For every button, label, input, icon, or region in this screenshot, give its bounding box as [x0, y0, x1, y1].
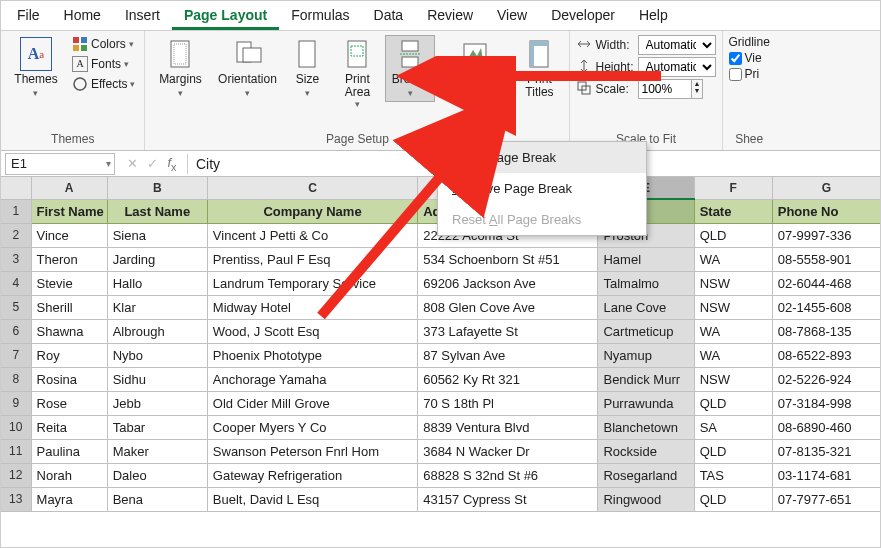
tab-developer[interactable]: Developer [539, 3, 627, 30]
tab-help[interactable]: Help [627, 3, 680, 30]
cell[interactable]: Stevie [31, 271, 107, 295]
header-cell[interactable]: Company Name [207, 199, 417, 223]
cell[interactable]: SA [694, 415, 772, 439]
row-header-12[interactable]: 12 [1, 463, 31, 487]
cell[interactable]: Maker [107, 439, 207, 463]
cell[interactable]: Talmalmo [598, 271, 694, 295]
col-header-G[interactable]: G [772, 177, 880, 199]
cell[interactable]: WA [694, 319, 772, 343]
cell[interactable]: Shawna [31, 319, 107, 343]
row-header-1[interactable]: 1 [1, 199, 31, 223]
cell[interactable]: Rosegarland [598, 463, 694, 487]
scale-input[interactable] [638, 79, 692, 99]
select-all-corner[interactable] [1, 177, 31, 199]
fonts-button[interactable]: A Fonts ▾ [69, 55, 138, 73]
col-header-F[interactable]: F [694, 177, 772, 199]
cell[interactable]: Bena [107, 487, 207, 511]
cell[interactable]: TAS [694, 463, 772, 487]
cell[interactable]: Gateway Refrigeration [207, 463, 417, 487]
cell[interactable]: 534 Schoenborn St #51 [418, 247, 598, 271]
row-header-8[interactable]: 8 [1, 367, 31, 391]
orientation-button[interactable]: Orientation▾ [213, 35, 281, 102]
cell[interactable]: 03-1174-681 [772, 463, 880, 487]
cell[interactable]: 60562 Ky Rt 321 [418, 367, 598, 391]
fx-button[interactable]: fx [165, 155, 179, 173]
header-cell[interactable]: First Name [31, 199, 107, 223]
background-button[interactable]: Background [439, 35, 511, 89]
cell[interactable]: Midway Hotel [207, 295, 417, 319]
name-box[interactable]: E1▾ [5, 153, 115, 175]
cell[interactable]: 3684 N Wacker Dr [418, 439, 598, 463]
header-cell[interactable]: State [694, 199, 772, 223]
cell[interactable]: Siena [107, 223, 207, 247]
gridlines-view-checkbox[interactable]: Vie [729, 51, 770, 65]
cell[interactable]: Bendick Murr [598, 367, 694, 391]
cell[interactable]: Jarding [107, 247, 207, 271]
cell[interactable]: 08-6522-893 [772, 343, 880, 367]
cell[interactable]: 02-6044-468 [772, 271, 880, 295]
row-header-13[interactable]: 13 [1, 487, 31, 511]
cell[interactable]: 02-5226-924 [772, 367, 880, 391]
row-header-7[interactable]: 7 [1, 343, 31, 367]
breaks-button[interactable]: Breaks▾ [385, 35, 435, 102]
chevron-down-icon[interactable]: ▾ [106, 158, 111, 169]
cell[interactable]: Prentiss, Paul F Esq [207, 247, 417, 271]
cell[interactable]: WA [694, 343, 772, 367]
row-header-9[interactable]: 9 [1, 391, 31, 415]
cell[interactable]: 02-1455-608 [772, 295, 880, 319]
height-select[interactable]: Automatic [638, 57, 716, 77]
cell[interactable]: Vincent J Petti & Co [207, 223, 417, 247]
cell[interactable]: 808 Glen Cove Ave [418, 295, 598, 319]
cell[interactable]: WA [694, 247, 772, 271]
cell[interactable]: QLD [694, 439, 772, 463]
cell[interactable]: NSW [694, 295, 772, 319]
row-header-11[interactable]: 11 [1, 439, 31, 463]
cell[interactable]: 87 Sylvan Ave [418, 343, 598, 367]
tab-insert[interactable]: Insert [113, 3, 172, 30]
cell[interactable]: 373 Lafayette St [418, 319, 598, 343]
cell[interactable]: Ringwood [598, 487, 694, 511]
cell[interactable]: 07-7977-651 [772, 487, 880, 511]
tab-home[interactable]: Home [52, 3, 113, 30]
row-header-5[interactable]: 5 [1, 295, 31, 319]
cell[interactable]: Cartmeticup [598, 319, 694, 343]
cell[interactable]: 68828 S 32nd St #6 [418, 463, 598, 487]
col-header-A[interactable]: A [31, 177, 107, 199]
scale-down-button[interactable]: ▼ [692, 87, 703, 94]
cell[interactable]: 08-6890-460 [772, 415, 880, 439]
cell[interactable]: Rockside [598, 439, 694, 463]
size-button[interactable]: Size▾ [285, 35, 329, 102]
cell[interactable]: Purrawunda [598, 391, 694, 415]
row-header-4[interactable]: 4 [1, 271, 31, 295]
cell[interactable]: Buelt, David L Esq [207, 487, 417, 511]
row-header-2[interactable]: 2 [1, 223, 31, 247]
cell[interactable]: Sherill [31, 295, 107, 319]
cell[interactable]: Theron [31, 247, 107, 271]
tab-page-layout[interactable]: Page Layout [172, 3, 279, 30]
cell[interactable]: 69206 Jackson Ave [418, 271, 598, 295]
tab-data[interactable]: Data [362, 3, 416, 30]
colors-button[interactable]: Colors ▾ [69, 35, 138, 53]
cell[interactable]: NSW [694, 271, 772, 295]
row-header-6[interactable]: 6 [1, 319, 31, 343]
cell[interactable]: 70 S 18th Pl [418, 391, 598, 415]
print-area-button[interactable]: Print Area ▾ [333, 35, 381, 112]
cell[interactable]: Blanchetown [598, 415, 694, 439]
tab-formulas[interactable]: Formulas [279, 3, 361, 30]
effects-button[interactable]: Effects ▾ [69, 75, 138, 93]
cell[interactable]: Lane Cove [598, 295, 694, 319]
cell[interactable]: Nybo [107, 343, 207, 367]
header-cell[interactable]: Last Name [107, 199, 207, 223]
cell[interactable]: QLD [694, 487, 772, 511]
cell[interactable]: Sidhu [107, 367, 207, 391]
cell[interactable]: Wood, J Scott Esq [207, 319, 417, 343]
cell[interactable]: Roy [31, 343, 107, 367]
tab-review[interactable]: Review [415, 3, 485, 30]
cell[interactable]: NSW [694, 367, 772, 391]
cell[interactable]: 07-9997-336 [772, 223, 880, 247]
accept-formula-button[interactable]: ✓ [145, 156, 159, 171]
print-titles-button[interactable]: Print Titles [515, 35, 563, 102]
cell[interactable]: Reita [31, 415, 107, 439]
cell[interactable]: Klar [107, 295, 207, 319]
gridlines-print-checkbox[interactable]: Pri [729, 67, 770, 81]
